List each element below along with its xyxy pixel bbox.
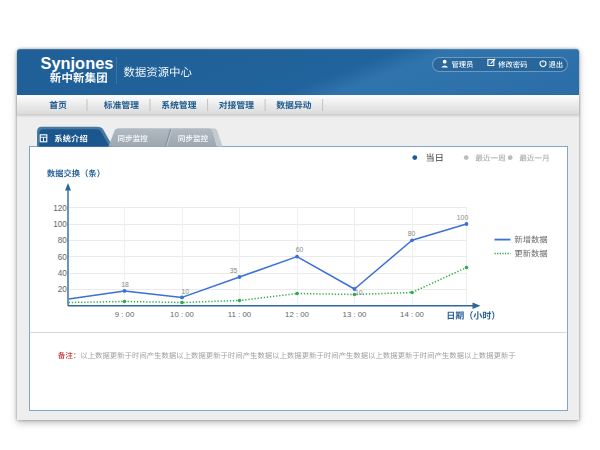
svg-text:120: 120 [53,204,67,213]
svg-text:18: 18 [121,281,129,288]
svg-text:60: 60 [58,253,68,262]
svg-text:100: 100 [457,214,469,221]
svg-text:100: 100 [53,220,67,229]
svg-text:20: 20 [58,285,68,294]
svg-text:35: 35 [230,267,238,274]
svg-text:12 : 00: 12 : 00 [285,310,310,319]
svg-text:80: 80 [58,236,68,245]
svg-text:10 : 00: 10 : 00 [170,310,195,319]
svg-text:9 : 00: 9 : 00 [115,310,135,319]
svg-text:10: 10 [181,288,189,295]
svg-text:14 : 00: 14 : 00 [400,310,425,319]
svg-text:40: 40 [58,269,68,278]
svg-text:Synjones: Synjones [41,54,114,72]
svg-text:10: 10 [355,289,363,296]
svg-text:60: 60 [296,246,304,253]
svg-text:11 : 00: 11 : 00 [228,310,252,319]
svg-text:80: 80 [408,230,416,237]
svg-text:13 : 00: 13 : 00 [343,310,368,319]
